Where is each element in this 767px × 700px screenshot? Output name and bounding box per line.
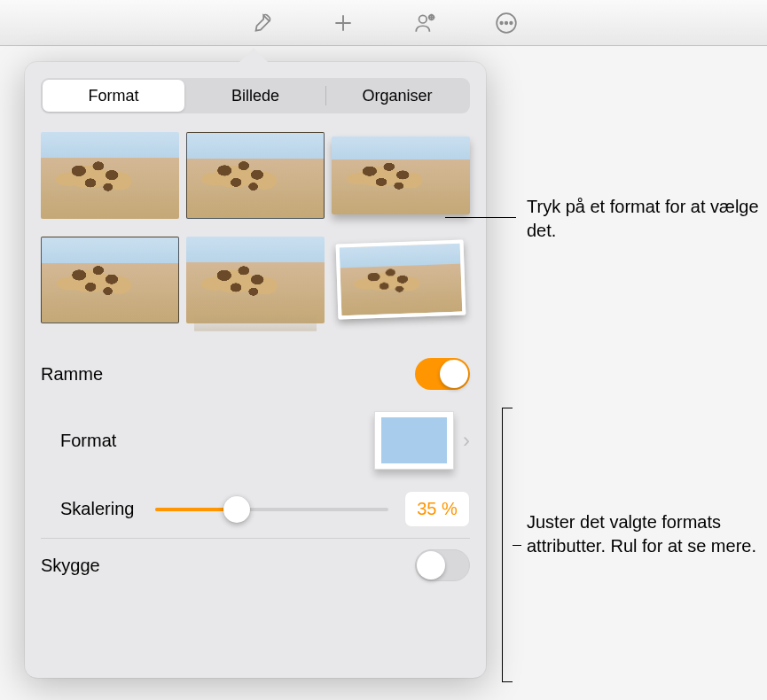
style-option-1[interactable] <box>41 129 179 222</box>
scaling-controls: 35 % <box>155 491 470 527</box>
shadow-toggle[interactable] <box>415 549 470 581</box>
style-option-5[interactable] <box>186 234 325 326</box>
frame-row: Ramme <box>41 347 470 401</box>
more-icon[interactable] <box>492 9 520 37</box>
collaborate-icon[interactable] <box>411 9 439 37</box>
plus-icon[interactable] <box>329 9 357 37</box>
frame-format-row[interactable]: Format › <box>41 401 470 480</box>
popover-arrow <box>238 46 270 64</box>
scaling-label: Skalering <box>60 499 134 519</box>
shadow-label: Skygge <box>41 556 100 576</box>
brush-icon[interactable] <box>247 9 276 37</box>
scaling-row: Skalering 35 % <box>41 480 470 539</box>
svg-point-7 <box>500 21 503 24</box>
chevron-right-icon[interactable]: › <box>463 428 470 453</box>
style-option-3[interactable] <box>332 129 470 222</box>
style-option-2[interactable] <box>186 129 325 222</box>
tab-organiser[interactable]: Organiser <box>326 80 468 112</box>
style-option-6[interactable] <box>332 234 470 326</box>
tab-bar: Format Billede Organiser <box>41 78 470 113</box>
svg-point-8 <box>505 21 507 24</box>
shadow-row: Skygge <box>41 539 470 592</box>
callout-1-line <box>445 217 516 218</box>
callout-2-bracket <box>502 408 513 682</box>
app-toolbar <box>0 0 767 46</box>
callout-2-line <box>513 545 521 546</box>
tab-format[interactable]: Format <box>43 80 184 112</box>
style-option-4[interactable] <box>41 234 179 326</box>
callout-1-text: Tryk på et format for at vælge det. <box>527 195 767 243</box>
scaling-slider[interactable] <box>155 496 388 523</box>
popover-content[interactable]: Ramme Format › Skalering <box>25 126 486 678</box>
svg-point-9 <box>510 21 513 24</box>
scaling-value[interactable]: 35 % <box>404 491 470 527</box>
frame-label: Ramme <box>41 364 103 385</box>
format-popover: Format Billede Organiser Ramme Format <box>25 62 486 678</box>
svg-point-2 <box>419 15 427 23</box>
callout-2-text: Juster det valgte formats attributter. R… <box>527 510 767 558</box>
style-grid <box>41 126 470 347</box>
frame-preview-thumb <box>374 411 454 470</box>
frame-toggle[interactable] <box>415 358 470 390</box>
tab-billede[interactable]: Billede <box>184 80 326 112</box>
frame-format-label: Format <box>60 431 116 451</box>
frame-format-value: › <box>374 411 470 470</box>
popover-body: Format Billede Organiser Ramme Format <box>25 62 486 678</box>
